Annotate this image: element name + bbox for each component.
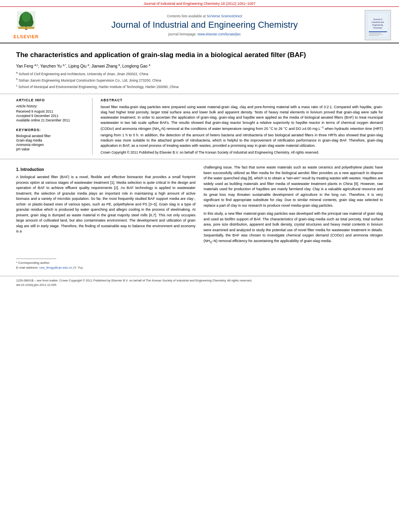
body-left-col: 1. Introduction A biological aerated fil… (16, 165, 195, 270)
svg-rect-16 (369, 35, 379, 36)
article-history: Article history: Received 9 August 2011 … (16, 104, 86, 122)
affiliation-a: a School of Civil Engineering and Archit… (16, 71, 383, 77)
sciverse-text: Contents lists available at SciVerse Sci… (49, 14, 360, 18)
footnote-divider (16, 259, 56, 259)
cover-image-icon: Journal of Industrial and Engineering Ch… (367, 12, 389, 38)
body-section: 1. Introduction A biological aerated fil… (0, 159, 399, 276)
keyword-2: Grain-slag media (16, 138, 86, 142)
body-right-col: challenging issue. The fact that some wa… (204, 165, 383, 270)
article-title: The characteristics and application of g… (16, 51, 383, 60)
intro-para-right-1: challenging issue. The fact that some wa… (204, 165, 383, 208)
info-abstract-section: ARTICLE INFO Article history: Received 9… (0, 94, 399, 159)
history-label: Article history: (16, 104, 86, 108)
intro-heading: 1. Introduction (16, 166, 195, 173)
journal-title-block: Contents lists available at SciVerse Sci… (49, 14, 360, 36)
intro-para-right-2: In this study, a new filter material-gra… (204, 211, 383, 244)
affiliation-c: c School of Municipal and Environmental … (16, 84, 383, 90)
journal-homepage: journal homepage: www.elsevier.com/locat… (49, 32, 360, 36)
svg-rect-15 (369, 34, 383, 35)
journal-citation: Journal of Industrial and Engineering Ch… (144, 2, 255, 6)
keywords-section: Keywords: Biological aerated filter Grai… (16, 128, 86, 151)
email-note: E-mail address: cea_fengy@ujn.edu.cn (Y.… (16, 265, 195, 270)
received-date: Received 9 August 2011 (16, 109, 86, 113)
affiliations: a School of Civil Engineering and Archit… (16, 71, 383, 89)
elsevier-logo: ELSEVIER (8, 11, 44, 39)
abstract-heading: ABSTRACT (101, 98, 383, 102)
svg-text:Chemistry: Chemistry (373, 27, 383, 29)
accepted-date: Accepted 9 December 2011 (16, 114, 86, 118)
keyword-1: Biological aerated filter (16, 134, 86, 138)
elsevier-tree-icon (14, 11, 38, 33)
keyword-3: Ammonia nitrogen (16, 143, 86, 147)
article-info-col: ARTICLE INFO Article history: Received 9… (16, 98, 93, 155)
affiliation-b: b Sishan Jianxin Engineering Municipal C… (16, 77, 383, 83)
journal-header: ELSEVIER Contents lists available at Sci… (0, 7, 399, 43)
journal-top-bar: Journal of Industrial and Engineering Ch… (0, 0, 399, 7)
keywords-heading: Keywords: (16, 128, 86, 132)
bottom-copyright: 1226-086X/$ – see front matter. Crown Co… (0, 276, 399, 290)
svg-rect-6 (18, 27, 34, 29)
svg-rect-13 (369, 31, 387, 32)
abstract-copyright: Crown Copyright © 2011 Published by Else… (101, 150, 383, 155)
authors-line: Yan Feng a,c, Yanzhen Yu a,*, Liping Qiu… (16, 64, 383, 68)
corresponding-author-note: * Corresponding author. (16, 261, 195, 265)
journal-cover-thumbnail: Journal of Industrial and Engineering Ch… (365, 10, 391, 40)
article-title-section: The characteristics and application of g… (0, 43, 399, 94)
article-info-heading: ARTICLE INFO (16, 98, 86, 102)
svg-text:Journal of: Journal of (373, 18, 383, 21)
svg-text:Industrial and: Industrial and (372, 21, 384, 23)
footnote-area: * Corresponding author. E-mail address: … (16, 259, 195, 270)
elsevier-wordmark: ELSEVIER (14, 34, 39, 39)
journal-main-title: Journal of Industrial and Engineering Ch… (49, 20, 360, 30)
doi-text: doi:10.1016/j.jiec.2011.12.005 (16, 283, 383, 287)
svg-text:Engineering: Engineering (372, 24, 383, 26)
abstract-col: ABSTRACT Novel filter media-grain slag p… (101, 98, 383, 155)
svg-point-5 (22, 12, 31, 22)
svg-rect-14 (369, 33, 381, 33)
keyword-4: pH value (16, 147, 86, 151)
available-date: Available online 21 December 2011 (16, 118, 86, 122)
abstract-body: Novel filter media-grain slag particles … (101, 105, 383, 148)
homepage-link[interactable]: www.elsevier.com/locate/jiec (197, 32, 241, 36)
email-link[interactable]: cea_fengy@ujn.edu.cn (39, 266, 72, 269)
intro-para-1: A biological aerated filter (BAF) is a n… (16, 175, 195, 234)
bottom-copyright-text: 1226-086X/$ – see front matter. Crown Co… (16, 278, 383, 283)
sciverse-link[interactable]: SciVerse ScienceDirect (207, 14, 242, 18)
